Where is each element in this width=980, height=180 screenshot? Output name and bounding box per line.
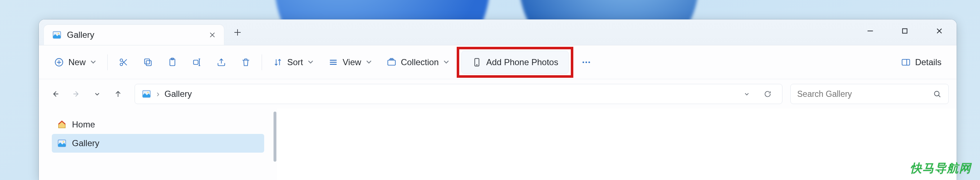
more-horizontal-icon [581, 57, 592, 67]
titlebar: Gallery [39, 19, 957, 45]
sidebar-item-label: Home [72, 119, 95, 130]
tab-gallery[interactable]: Gallery [44, 25, 224, 45]
svg-rect-17 [902, 59, 910, 65]
refresh-button[interactable] [760, 86, 776, 102]
chevron-down-icon [443, 57, 450, 67]
recent-locations-button[interactable] [89, 85, 106, 103]
back-button[interactable] [47, 85, 64, 103]
share-icon [216, 57, 226, 67]
breadcrumb-dropdown-button[interactable] [739, 86, 755, 102]
home-icon [57, 119, 67, 130]
file-list-pane[interactable] [277, 109, 957, 180]
paste-button[interactable] [160, 51, 185, 73]
clipboard-icon [167, 57, 177, 67]
svg-rect-11 [388, 60, 395, 65]
chevron-down-icon [366, 57, 372, 67]
tab-title: Gallery [67, 30, 202, 40]
gallery-icon [57, 138, 67, 148]
svg-point-16 [589, 61, 590, 63]
trash-icon [241, 57, 251, 67]
close-button[interactable] [922, 19, 957, 43]
minimize-button[interactable] [853, 19, 888, 43]
window-controls [853, 19, 957, 43]
breadcrumb-segment[interactable]: Gallery [164, 89, 192, 99]
chevron-right-icon: › [157, 89, 159, 99]
details-button[interactable]: Details [894, 51, 949, 73]
forward-button[interactable] [68, 85, 85, 103]
add-phone-photos-label: Add Phone Photos [486, 57, 558, 67]
svg-rect-7 [145, 59, 150, 64]
maximize-button[interactable] [888, 19, 922, 43]
search-icon [932, 89, 942, 99]
svg-rect-2 [903, 29, 907, 33]
svg-point-19 [147, 92, 148, 93]
svg-point-14 [583, 61, 584, 63]
details-pane-icon [901, 57, 911, 67]
tab-close-button[interactable] [207, 30, 217, 40]
breadcrumb[interactable]: › Gallery [135, 84, 783, 104]
share-button[interactable] [209, 51, 234, 73]
svg-rect-6 [146, 61, 151, 65]
sidebar-item-gallery[interactable]: Gallery [52, 134, 264, 153]
sidebar-item-home[interactable]: Home [52, 115, 264, 134]
sort-icon [273, 57, 283, 67]
highlight-annotation: Add Phone Photos [457, 47, 573, 78]
gallery-icon [142, 89, 151, 99]
details-button-label: Details [915, 57, 942, 67]
plus-circle-icon [54, 57, 64, 67]
toolbar: New [39, 45, 957, 79]
copy-button[interactable] [136, 51, 160, 73]
search-box[interactable] [790, 84, 949, 104]
more-button[interactable] [573, 51, 599, 73]
rename-icon [192, 57, 202, 67]
content-area: Home Gallery [39, 109, 957, 180]
sort-button[interactable]: Sort [266, 51, 321, 73]
collection-button[interactable]: Collection [379, 51, 457, 73]
delete-button[interactable] [234, 51, 258, 73]
toolbar-separator [107, 54, 108, 70]
chevron-down-icon [90, 57, 97, 67]
svg-rect-10 [194, 60, 198, 64]
new-button-label: New [68, 57, 86, 67]
chevron-down-icon [307, 57, 314, 67]
svg-point-1 [57, 33, 59, 34]
gallery-icon [52, 30, 62, 40]
toolbar-separator [262, 54, 262, 70]
svg-point-20 [934, 91, 939, 96]
collection-icon [387, 57, 397, 67]
copy-icon [143, 57, 153, 67]
view-button-label: View [343, 57, 361, 67]
address-bar-row: › Gallery [39, 79, 957, 109]
sort-button-label: Sort [287, 57, 303, 67]
add-phone-photos-button[interactable]: Add Phone Photos [461, 51, 569, 74]
file-explorer-window: Gallery New [39, 19, 957, 180]
navigation-pane: Home Gallery [39, 109, 273, 180]
sidebar-item-label: Gallery [72, 138, 99, 148]
new-button[interactable]: New [47, 51, 103, 73]
rename-button[interactable] [185, 51, 209, 73]
splitter-handle[interactable] [273, 109, 277, 180]
collection-button-label: Collection [401, 57, 439, 67]
view-list-icon [328, 57, 338, 67]
view-button[interactable]: View [321, 51, 379, 73]
new-tab-button[interactable] [229, 24, 246, 41]
svg-point-22 [63, 141, 64, 142]
watermark-text: 快马导航网 [910, 161, 971, 177]
search-input[interactable] [797, 89, 928, 99]
up-button[interactable] [110, 85, 127, 103]
svg-point-15 [585, 61, 587, 63]
cut-button[interactable] [111, 51, 136, 73]
scissors-icon [118, 57, 129, 67]
phone-icon [472, 57, 482, 67]
